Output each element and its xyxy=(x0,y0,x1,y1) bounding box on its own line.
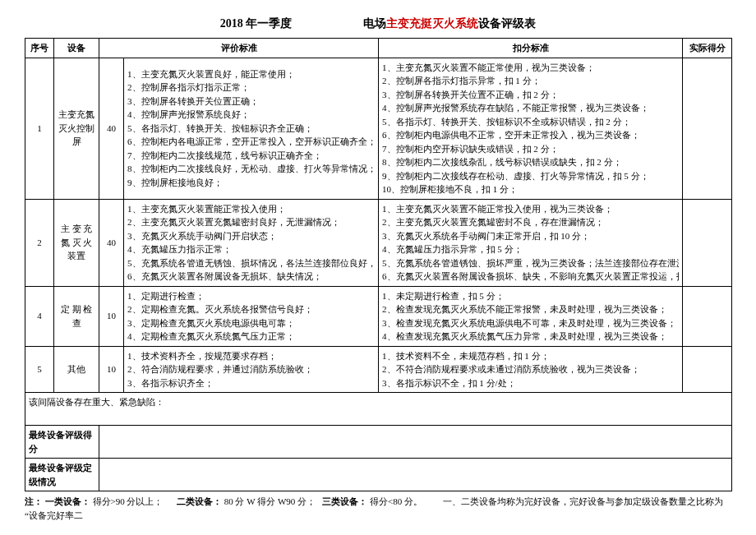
deduct-item: 1、技术资料不全，未规范存档，扣 1 分； xyxy=(382,349,679,363)
table-row: 2主 变 充 氮 灭 火 装置401、主变充氮灭火装置能正常投入使用；2、主变充… xyxy=(25,199,732,286)
deduct-item: 2、不符合消防规程要求或未通过消防系统验收，视为三类设备； xyxy=(382,362,679,376)
cell-equipment: 主 变 充 氮 灭 火 装置 xyxy=(54,199,99,286)
eval-item: 6、充氮灭火装置各附属设备无损坏、缺失情况； xyxy=(127,270,375,284)
defect-cell: 该间隔设备存在重大、紧急缺陷： xyxy=(25,393,732,426)
deduct-item: 6、控制柜内电源供电不正常，空开未正常投入，视为三类设备； xyxy=(382,128,679,142)
eval-item: 6、控制柜内各电源正常，空开正常投入，空开标识正确齐全； xyxy=(127,135,375,149)
deduct-item: 3、各指示标识不全，扣 1 分/处； xyxy=(382,376,679,390)
final-score-value xyxy=(99,426,732,459)
eval-item: 1、定期进行检查； xyxy=(127,289,375,303)
deduct-item: 3、充氮灭火系统各手动阀门未正常开启，扣 10 分； xyxy=(382,229,679,243)
cell-seq: 4 xyxy=(25,286,54,346)
eval-item: 8、控制柜内二次接线良好，无松动、虚接、打火等异常情况； xyxy=(127,162,375,176)
deduct-item: 2、控制屏各指示灯指示异常，扣 1 分； xyxy=(382,74,679,88)
cell-deduct-criteria: 1、未定期进行检查，扣 5 分；2、检查发现充氮灭火系统不能正常报警，未及时处理… xyxy=(379,286,683,346)
deduct-item: 2、检查发现充氮灭火系统不能正常报警，未及时处理，视为三类设备； xyxy=(382,302,679,316)
cell-seq: 2 xyxy=(25,199,54,286)
cell-base-score: 40 xyxy=(99,199,124,286)
note-c1-value: 得分>90 分以上； xyxy=(93,496,164,506)
eval-item: 1、主变充氮灭火装置良好，能正常使用； xyxy=(127,67,375,81)
cell-eval-criteria: 1、主变充氮灭火装置能正常投入使用；2、主变充氮灭火装置充氮罐密封良好，无泄漏情… xyxy=(124,199,379,286)
cell-actual-score xyxy=(683,199,732,286)
note-c2-value: 80 分 W 得分 W90 分； xyxy=(224,496,316,506)
table-row: 5其他101、技术资料齐全，按规范要求存档；2、符合消防规程要求，并通过消防系统… xyxy=(25,346,732,393)
table-row: 1主变充氮灭火控制屏401、主变充氮灭火装置良好，能正常使用；2、控制屏各指示灯… xyxy=(25,58,732,199)
cell-eval-criteria: 1、技术资料齐全，按规范要求存档；2、符合消防规程要求，并通过消防系统验收；3、… xyxy=(124,346,379,393)
eval-item: 2、符合消防规程要求，并通过消防系统验收； xyxy=(127,362,375,376)
rating-table: 序号 设备 评价标准 扣分标准 实际得分 1主变充氮灭火控制屏401、主变充氮灭… xyxy=(25,38,732,491)
header-deduct: 扣分标准 xyxy=(379,39,683,58)
cell-deduct-criteria: 1、主变充氮灭火装置不能正常使用，视为三类设备；2、控制屏各指示灯指示异常，扣 … xyxy=(379,58,683,199)
footnote: 注： 一类设备： 得分>90 分以上； 二类设备： 80 分 W 得分 W90 … xyxy=(25,495,731,522)
eval-item: 9、控制屏柜接地良好； xyxy=(127,176,375,190)
deduct-item: 2、主变充氮灭火装置充氮罐密封不良，存在泄漏情况； xyxy=(382,215,679,229)
header-seq: 序号 xyxy=(25,39,54,58)
eval-item: 2、定期检查充氮。灭火系统各报警信号良好； xyxy=(127,302,375,316)
eval-item: 3、定期检查充氮灭火系统电源供电可靠； xyxy=(127,316,375,330)
title-left: 2018 年一季度 xyxy=(220,17,293,30)
eval-item: 4、控制屏声光报警系统良好； xyxy=(127,108,375,122)
title-highlight: 主变充挺灭火系统 xyxy=(386,17,478,30)
header-equipment: 设备 xyxy=(54,39,99,58)
final-score-row: 最终设备评级得分 xyxy=(25,426,732,459)
cell-equipment: 主变充氮灭火控制屏 xyxy=(54,58,99,199)
defect-row: 该间隔设备存在重大、紧急缺陷： xyxy=(25,393,732,426)
header-eval: 评价标准 xyxy=(99,39,379,58)
eval-item: 1、技术资料齐全，按规范要求存档； xyxy=(127,349,375,363)
deduct-item: 1、未定期进行检查，扣 5 分； xyxy=(382,289,679,303)
cell-actual-score xyxy=(683,346,732,393)
cell-seq: 1 xyxy=(25,58,54,199)
deduct-item: 3、控制屏各转换开关位置不正确，扣 2 分； xyxy=(382,88,679,102)
deduct-item: 6、充氮灭火装置各附属设备损坏、缺失，不影响充氮灭火装置正常投运，扣 5 分，影… xyxy=(382,270,679,284)
title-suffix: 设备评级表 xyxy=(478,17,536,30)
note-c3-label: 三类设备： xyxy=(322,496,367,506)
eval-item: 2、主变充氮灭火装置充氮罐密封良好，无泄漏情况； xyxy=(127,215,375,229)
cell-actual-score xyxy=(683,286,732,346)
final-grade-label: 最终设备评级定级情况 xyxy=(25,459,99,491)
eval-item: 3、充氮灭火系统手动阀门开启状态； xyxy=(127,229,375,243)
final-score-label: 最终设备评级得分 xyxy=(25,426,99,459)
deduct-item: 4、检查发现充氮灭火系统氮气压力异常，未及时处理，视为三类设备； xyxy=(382,330,679,344)
table-row: 4定 期 检 查101、定期进行检查；2、定期检查充氮。灭火系统各报警信号良好；… xyxy=(25,286,732,346)
deduct-item: 3、检查发现充氮灭火系统电源供电不可靠，未及时处理，视为三类设备； xyxy=(382,316,679,330)
header-score: 实际得分 xyxy=(683,39,732,58)
cell-base-score: 40 xyxy=(99,58,124,199)
deduct-item: 9、控制柜内二次接线存在松动、虚接、打火等异常情况，扣 5 分； xyxy=(382,169,679,183)
eval-item: 1、主变充氮灭火装置能正常投入使用； xyxy=(127,202,375,216)
eval-item: 5、各指示灯、转换开关、按钮标识齐全正确； xyxy=(127,122,375,136)
table-header-row: 序号 设备 评价标准 扣分标准 实际得分 xyxy=(25,39,732,58)
deduct-item: 7、控制柜内空开标识缺失或错误，扣 2 分； xyxy=(382,142,679,156)
cell-eval-criteria: 1、定期进行检查；2、定期检查充氮。灭火系统各报警信号良好；3、定期检查充氮灭火… xyxy=(124,286,379,346)
note-c2-label: 二类设备： xyxy=(177,496,222,506)
deduct-item: 8、控制柜内二次接线杂乱，线号标识错误或缺失，扣 2 分； xyxy=(382,155,679,169)
cell-deduct-criteria: 1、技术资料不全，未规范存档，扣 1 分；2、不符合消防规程要求或未通过消防系统… xyxy=(379,346,683,393)
eval-item: 4、充氮罐压力指示正常； xyxy=(127,242,375,256)
final-grade-value xyxy=(99,459,732,491)
final-grade-row: 最终设备评级定级情况 xyxy=(25,459,732,491)
deduct-item: 4、充氮罐压力指示异常，扣 5 分； xyxy=(382,242,679,256)
note-c3-value: 得分<80 分。 xyxy=(370,496,422,506)
eval-item: 2、控制屏各指示灯指示正常； xyxy=(127,81,375,95)
page-title: 2018 年一季度 电场主变充挺灭火系统设备评级表 xyxy=(25,16,731,31)
title-prefix: 电场 xyxy=(363,17,386,30)
deduct-item: 1、主变充氮灭火装置不能正常使用，视为三类设备； xyxy=(382,61,679,75)
cell-equipment: 定 期 检 查 xyxy=(54,286,99,346)
eval-item: 3、控制屏各转换开关位置正确； xyxy=(127,95,375,108)
deduct-item: 5、各指示灯、转换开关、按钮标识不全或标识错误，扣 2 分； xyxy=(382,115,679,129)
eval-item: 7、控制柜内二次接线规范，线号标识正确齐全； xyxy=(127,149,375,163)
deduct-item: 10、控制屏柜接地不良，扣 1 分； xyxy=(382,182,679,196)
deduct-item: 1、主变充氮灭火装置不能正常投入使用，视为三类设备； xyxy=(382,202,679,216)
deduct-item: 5、充氮系统各管道锈蚀、损坏严重，视为三类设备；法兰连接部位存在泄漏情况，扣 5… xyxy=(382,256,679,270)
cell-equipment: 其他 xyxy=(54,346,99,393)
note-prefix: 注： xyxy=(25,496,43,506)
cell-base-score: 10 xyxy=(99,346,124,393)
eval-item: 4、定期检查充氮灭火系统氮气压力正常； xyxy=(127,330,375,344)
note-c1-label: 一类设备： xyxy=(45,496,90,506)
cell-base-score: 10 xyxy=(99,286,124,346)
cell-deduct-criteria: 1、主变充氮灭火装置不能正常投入使用，视为三类设备；2、主变充氮灭火装置充氮罐密… xyxy=(379,199,683,286)
eval-item: 5、充氮系统各管道无锈蚀、损坏情况，各法兰连接部位良好，无泄漏情况； xyxy=(127,256,375,270)
cell-actual-score xyxy=(683,58,732,199)
cell-eval-criteria: 1、主变充氮灭火装置良好，能正常使用；2、控制屏各指示灯指示正常；3、控制屏各转… xyxy=(124,58,379,199)
cell-seq: 5 xyxy=(25,346,54,393)
deduct-item: 4、控制屏声光报警系统存在缺陷，不能正常报警，视为三类设备； xyxy=(382,101,679,115)
